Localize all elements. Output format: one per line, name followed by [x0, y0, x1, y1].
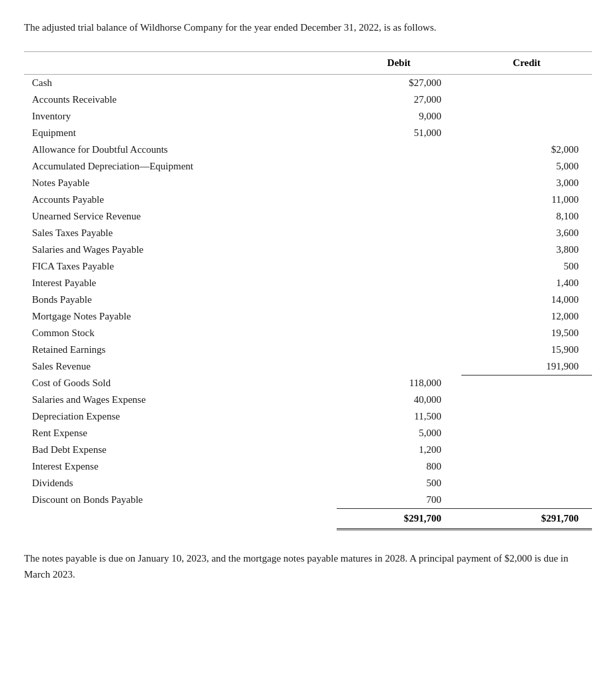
account-name: Equipment — [24, 125, 337, 141]
table-row: Sales Taxes Payable3,600 — [24, 225, 592, 241]
debit-value: 27,000 — [337, 91, 461, 108]
debit-value — [337, 291, 461, 308]
credit-value — [461, 375, 592, 392]
debit-value: 5,000 — [337, 425, 461, 442]
debit-value: 500 — [337, 475, 461, 492]
debit-value: 9,000 — [337, 108, 461, 125]
table-row: Depreciation Expense11,500 — [24, 408, 592, 425]
credit-value — [461, 74, 592, 91]
account-name: Discount on Bonds Payable — [24, 492, 337, 509]
account-name: Depreciation Expense — [24, 408, 337, 425]
credit-value: 11,000 — [461, 191, 592, 208]
intro-paragraph: The adjusted trial balance of Wildhorse … — [24, 20, 592, 35]
table-row: Bad Debt Expense1,200 — [24, 442, 592, 458]
account-header — [24, 51, 337, 74]
table-row: Notes Payable3,000 — [24, 175, 592, 191]
table-row: Cost of Goods Sold118,000 — [24, 375, 592, 392]
account-name: Unearned Service Revenue — [24, 208, 337, 225]
account-name: Common Stock — [24, 325, 337, 342]
account-name: Interest Expense — [24, 458, 337, 475]
credit-value: 3,600 — [461, 225, 592, 241]
table-row: Mortgage Notes Payable12,000 — [24, 308, 592, 325]
table-row: Retained Earnings15,900 — [24, 342, 592, 358]
credit-value: 3,800 — [461, 241, 592, 258]
debit-value — [337, 342, 461, 358]
account-name: Accounts Payable — [24, 191, 337, 208]
table-row: Cash$27,000 — [24, 74, 592, 91]
credit-value — [461, 442, 592, 458]
credit-value — [461, 425, 592, 442]
table-row: Rent Expense5,000 — [24, 425, 592, 442]
trial-balance-table: Debit Credit Cash$27,000Accounts Receiva… — [24, 51, 592, 531]
account-name: FICA Taxes Payable — [24, 258, 337, 275]
credit-value: 3,000 — [461, 175, 592, 191]
table-row: Salaries and Wages Payable3,800 — [24, 241, 592, 258]
account-name: Allowance for Doubtful Accounts — [24, 141, 337, 158]
account-name: Rent Expense — [24, 425, 337, 442]
totals-row: $291,700 $291,700 — [24, 509, 592, 530]
account-name: Retained Earnings — [24, 342, 337, 358]
table-row: Accounts Receivable27,000 — [24, 91, 592, 108]
totals-label — [24, 509, 337, 530]
credit-value — [461, 458, 592, 475]
total-debit: $291,700 — [337, 509, 461, 530]
debit-value: 51,000 — [337, 125, 461, 141]
table-row: Interest Expense800 — [24, 458, 592, 475]
credit-header: Credit — [461, 51, 592, 74]
account-name: Bad Debt Expense — [24, 442, 337, 458]
debit-value — [337, 275, 461, 291]
credit-value — [461, 492, 592, 509]
debit-value — [337, 308, 461, 325]
account-name: Salaries and Wages Expense — [24, 392, 337, 408]
debit-value — [337, 191, 461, 208]
credit-value — [461, 408, 592, 425]
account-name: Notes Payable — [24, 175, 337, 191]
table-row: Common Stock19,500 — [24, 325, 592, 342]
debit-value — [337, 258, 461, 275]
debit-value — [337, 158, 461, 175]
credit-value — [461, 108, 592, 125]
debit-value — [337, 141, 461, 158]
debit-value — [337, 325, 461, 342]
account-name: Sales Taxes Payable — [24, 225, 337, 241]
account-name: Accounts Receivable — [24, 91, 337, 108]
credit-value: 15,900 — [461, 342, 592, 358]
credit-value: 8,100 — [461, 208, 592, 225]
debit-value — [337, 208, 461, 225]
credit-value — [461, 125, 592, 141]
debit-value — [337, 175, 461, 191]
debit-value: 1,200 — [337, 442, 461, 458]
account-name: Inventory — [24, 108, 337, 125]
account-name: Bonds Payable — [24, 291, 337, 308]
credit-value: 14,000 — [461, 291, 592, 308]
account-name: Sales Revenue — [24, 358, 337, 376]
credit-value — [461, 91, 592, 108]
credit-value: 12,000 — [461, 308, 592, 325]
credit-value: 1,400 — [461, 275, 592, 291]
table-row: Allowance for Doubtful Accounts$2,000 — [24, 141, 592, 158]
debit-value: 800 — [337, 458, 461, 475]
table-row: Discount on Bonds Payable700 — [24, 492, 592, 509]
table-row: Accounts Payable11,000 — [24, 191, 592, 208]
table-row: Unearned Service Revenue8,100 — [24, 208, 592, 225]
debit-value: 700 — [337, 492, 461, 509]
credit-value: 5,000 — [461, 158, 592, 175]
account-name: Cash — [24, 74, 337, 91]
account-name: Dividends — [24, 475, 337, 492]
table-row: Equipment51,000 — [24, 125, 592, 141]
debit-value: 118,000 — [337, 375, 461, 392]
account-name: Interest Payable — [24, 275, 337, 291]
debit-header: Debit — [337, 51, 461, 74]
debit-value: 40,000 — [337, 392, 461, 408]
debit-value — [337, 241, 461, 258]
debit-value: $27,000 — [337, 74, 461, 91]
footnote-paragraph: The notes payable is due on January 10, … — [24, 550, 592, 582]
table-row: Interest Payable1,400 — [24, 275, 592, 291]
table-row: Inventory9,000 — [24, 108, 592, 125]
table-row: Sales Revenue191,900 — [24, 358, 592, 376]
account-name: Salaries and Wages Payable — [24, 241, 337, 258]
total-credit: $291,700 — [461, 509, 592, 530]
debit-value: 11,500 — [337, 408, 461, 425]
credit-value — [461, 392, 592, 408]
debit-value — [337, 225, 461, 241]
